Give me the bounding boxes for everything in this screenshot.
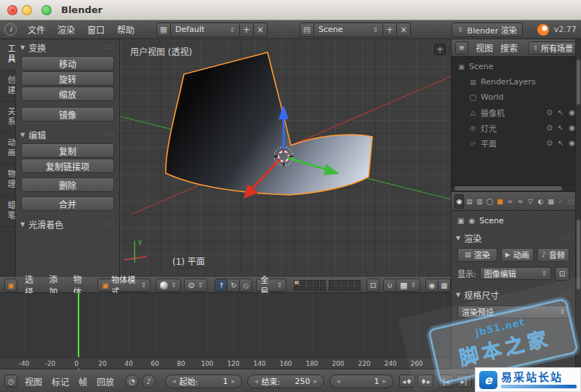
cursor-select-icon[interactable]: ↖: [558, 124, 564, 132]
layer-cell[interactable]: [329, 280, 334, 285]
render-still-button[interactable]: ▤ 渲染: [457, 248, 497, 262]
viewport-3d[interactable]: y 用户视图 (透视) (1) 平面 +: [120, 39, 451, 277]
translate-button[interactable]: 移动: [21, 56, 114, 71]
open-properties-region-button[interactable]: +: [434, 44, 446, 55]
lock-interface-toggle[interactable]: ⊡: [555, 267, 569, 281]
menu-frame[interactable]: 帧: [79, 375, 87, 388]
layer-cell[interactable]: [348, 286, 354, 291]
tab-texture[interactable]: ▩: [546, 194, 556, 209]
snap-element-dropdown[interactable]: ▦ ⇕: [396, 279, 420, 292]
av-sync-button[interactable]: ♪: [142, 375, 156, 388]
outliner-item-renderlayers[interactable]: ▤ RenderLayers: [452, 74, 581, 89]
render-animation-button[interactable]: ▶ 动画: [501, 248, 533, 262]
menu-view[interactable]: 视图: [25, 375, 42, 388]
tab-scene[interactable]: ▥: [475, 194, 484, 209]
rotate-button[interactable]: 旋转: [21, 71, 114, 86]
layer-cell[interactable]: [355, 280, 361, 285]
layer-cell[interactable]: [294, 280, 300, 285]
menu-marker[interactable]: 标记: [52, 375, 69, 388]
tab-tools[interactable]: 工具: [0, 39, 16, 71]
tab-material[interactable]: ◐: [536, 194, 545, 209]
eye-icon[interactable]: ⊙: [546, 124, 552, 132]
timeline-editor-type-icon[interactable]: ◷: [4, 375, 17, 388]
render-audio-button[interactable]: ♪ 音频: [537, 248, 569, 262]
outliner-tree[interactable]: ▣ Scene ▤ RenderLayers ◯ World △ 摄像机 ⊙ ↖…: [451, 57, 581, 185]
layer-cell[interactable]: [307, 286, 313, 291]
jump-to-end-button[interactable]: ▸|: [456, 375, 472, 388]
mode-dropdown[interactable]: ▣ 物体模式 ⇕: [97, 279, 151, 292]
manipulator-scale-toggle[interactable]: ◇: [239, 279, 252, 292]
menu-playback[interactable]: 回放: [97, 375, 114, 388]
tab-object-data[interactable]: ▽: [526, 194, 535, 209]
shading-dropdown[interactable]: ⇕: [156, 279, 181, 292]
cursor-select-icon[interactable]: ↖: [558, 108, 564, 116]
outliner-item-scene[interactable]: ▣ Scene: [452, 59, 581, 74]
outliner-item-world[interactable]: ◯ World: [452, 89, 581, 105]
preview-range-button[interactable]: ◔: [125, 375, 139, 388]
increment-arrow-icon[interactable]: ▸: [383, 377, 387, 385]
layer-cell[interactable]: [348, 280, 354, 285]
layer-cell[interactable]: [335, 286, 341, 291]
cursor-select-icon[interactable]: ↖: [558, 139, 564, 147]
editor-type-icon[interactable]: ▣: [4, 279, 17, 292]
render-restrict-icon[interactable]: ◉: [569, 124, 575, 132]
dimensions-panel-header[interactable]: ▼ 规格尺寸 ∷∷: [452, 287, 575, 303]
jump-next-keyframe-button[interactable]: ♦▸: [417, 375, 433, 388]
layer-cell[interactable]: [329, 286, 334, 291]
transform-panel-header[interactable]: ▼ 变换 ∷∷: [16, 39, 119, 55]
timeline-ruler[interactable]: -40 -20 0 20 40 60 80 100 120 140 160 18…: [0, 357, 451, 369]
outliner-item-camera[interactable]: △ 摄像机 ⊙ ↖ ◉: [452, 105, 581, 120]
tab-object[interactable]: ■: [495, 194, 505, 209]
menu-help[interactable]: 帮助: [117, 23, 135, 36]
tab-world[interactable]: ◯: [485, 194, 494, 209]
tab-particles[interactable]: ∴: [556, 194, 566, 209]
layer-cell[interactable]: [300, 280, 306, 285]
magnet-snap-toggle[interactable]: ∪: [383, 279, 396, 292]
edit-panel-header[interactable]: ▼ 编辑 ∷∷: [16, 127, 119, 143]
layer-cell[interactable]: [313, 280, 319, 285]
render-restrict-icon[interactable]: ◉: [569, 139, 575, 147]
screen-layout-icon[interactable]: ▦: [156, 23, 171, 37]
mirror-button[interactable]: 镜像: [21, 107, 114, 121]
layer-cell[interactable]: [342, 280, 348, 285]
tab-grease-pencil[interactable]: 蜡笔: [0, 196, 16, 227]
menu-file[interactable]: 文件: [28, 23, 45, 36]
layer-cell[interactable]: [294, 286, 300, 291]
delete-layout-button[interactable]: ×: [253, 23, 268, 37]
pivot-dropdown[interactable]: ⊙ ⇕: [184, 279, 208, 292]
lock-to-scene-toggle[interactable]: ⊡: [366, 279, 380, 292]
tab-physics[interactable]: 物理: [0, 164, 16, 196]
opengl-render-anim-button[interactable]: ▦: [438, 279, 451, 292]
join-button[interactable]: 合并: [21, 196, 114, 211]
layer-cell[interactable]: [320, 280, 326, 285]
outliner-menu-search[interactable]: 搜索: [500, 41, 518, 54]
info-icon[interactable]: i: [4, 23, 17, 36]
outliner-menu-view[interactable]: 视图: [476, 41, 493, 54]
add-layout-button[interactable]: +: [239, 23, 254, 37]
shading-panel-header[interactable]: ▼ 光滑着色 ∷∷: [16, 216, 119, 232]
eye-icon[interactable]: ⊙: [546, 139, 552, 147]
render-engine-dropdown[interactable]: ⇕ Blender 渲染: [452, 23, 523, 37]
increment-arrow-icon[interactable]: ▸: [314, 377, 318, 385]
add-scene-button[interactable]: +: [382, 23, 397, 37]
decrement-arrow-icon[interactable]: ◂: [255, 377, 258, 385]
end-frame-field[interactable]: ◂ 结束: 250 ▸: [247, 375, 324, 388]
layer-cell[interactable]: [342, 286, 348, 291]
delete-scene-button[interactable]: ×: [396, 23, 411, 37]
layer-cell[interactable]: [307, 280, 313, 285]
decrement-arrow-icon[interactable]: ◂: [172, 377, 176, 385]
eye-icon[interactable]: ⊙: [546, 108, 552, 116]
manipulator-rotate-toggle[interactable]: ↻: [227, 279, 240, 292]
window-close-button[interactable]: ×: [7, 5, 17, 15]
tab-render-layers[interactable]: ▤: [465, 194, 474, 209]
scrollbar-thumb[interactable]: [577, 220, 580, 289]
outliner-scope-dropdown[interactable]: ⇕ 所有场景: [528, 41, 577, 55]
screen-layout-dropdown[interactable]: Default ⇕: [170, 23, 240, 37]
jump-to-start-button[interactable]: |◂: [438, 375, 454, 388]
layer-cell[interactable]: [335, 280, 341, 285]
outliner-item-plane[interactable]: ▱ 平面 ⊙ ↖ ◉: [452, 135, 581, 151]
tab-relations[interactable]: 关系: [0, 102, 16, 133]
scrollbar-thumb[interactable]: [454, 186, 562, 191]
render-preset-dropdown[interactable]: 渲染预设 ⇕: [457, 305, 569, 319]
scene-icon[interactable]: ▤: [300, 23, 314, 37]
